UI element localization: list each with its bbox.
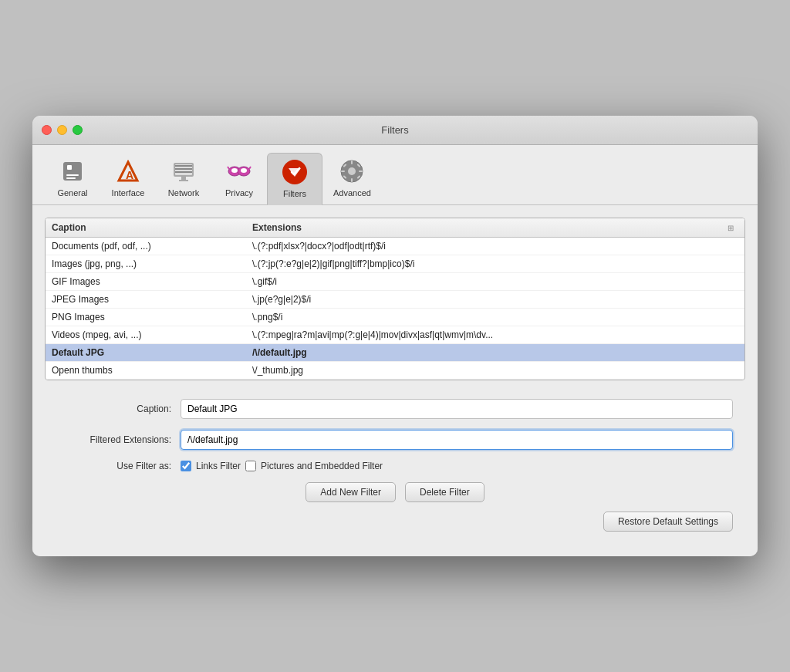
toolbar-item-advanced[interactable]: Advanced [322,153,382,204]
caption-row: Caption: [57,399,733,419]
bottom-row: Restore Default Settings [57,512,733,538]
table-row[interactable]: JPEG Images \.jp(e?g|e|2)$/i [46,291,744,309]
toolbar-item-filters[interactable]: Filters [267,153,322,205]
row-caption: Videos (mpeg, avi, ...) [52,329,252,340]
extensions-row: Filtered Extensions: [57,430,733,450]
svg-rect-8 [175,165,192,167]
svg-point-16 [241,168,247,173]
row-caption: PNG Images [52,312,252,322]
table-row[interactable]: Documents (pdf, odf, ...) \.(?:pdf|xlsx?… [46,238,744,255]
svg-rect-11 [181,177,186,180]
traffic-lights [42,125,83,135]
svg-line-19 [249,167,251,169]
row-extensions: \.png$/i [252,312,738,322]
toolbar-label-advanced: Advanced [333,188,371,198]
row-caption: Openn thumbs [52,365,252,376]
row-extensions: \.jp(e?g|e|2)$/i [252,294,738,305]
header-caption: Caption [52,222,252,233]
caption-label: Caption: [57,404,181,414]
toolbar-item-general[interactable]: General [45,153,100,204]
row-caption: JPEG Images [52,294,252,305]
svg-rect-26 [359,171,363,172]
header-extensions: Extensions [252,222,723,233]
restore-defaults-button[interactable]: Restore Default Settings [603,512,733,532]
toolbar-label-network: Network [168,188,199,198]
title-bar: Filters [32,116,758,145]
table-row[interactable]: Openn thumbs \/_thumb.jpg [46,362,744,380]
row-extensions: /\/default.jpg [252,347,738,358]
privacy-icon [225,157,253,185]
toolbar-label-filters: Filters [283,189,306,198]
row-extensions: \/_thumb.jpg [252,365,738,376]
table-row[interactable]: Videos (mpeg, avi, ...) \.(?:mpeg|ra?m|a… [46,326,744,344]
pictures-filter-label[interactable]: Pictures and Embedded Filter [261,461,383,471]
row-extensions: \.(?:mpeg|ra?m|avi|mp(?:g|e|4)|mov|divx|… [252,329,738,340]
row-extensions: \.(?:jp(?:e?g|e|2)|gif|png|tiff?|bmp|ico… [252,258,738,269]
row-caption: Documents (pdf, odf, ...) [52,241,252,252]
svg-point-15 [231,168,238,173]
table-body: Documents (pdf, odf, ...) \.(?:pdf|xlsx?… [46,238,744,380]
minimize-button[interactable] [57,125,67,135]
svg-rect-23 [351,160,353,164]
advanced-icon [338,157,366,185]
links-filter-checkbox[interactable] [181,461,191,471]
close-button[interactable] [42,125,52,135]
checkbox-group: Links Filter Pictures and Embedded Filte… [181,461,383,471]
row-caption: Images (jpg, png, ...) [52,258,252,269]
toolbar-item-network[interactable]: Network [156,153,211,204]
table-row[interactable]: Images (jpg, png, ...) \.(?:jp(?:e?g|e|2… [46,255,744,273]
links-filter-label[interactable]: Links Filter [196,461,241,471]
delete-filter-button[interactable]: Delete Filter [405,482,484,502]
svg-line-18 [228,167,229,169]
extensions-label: Filtered Extensions: [57,434,181,445]
table-row[interactable]: PNG Images \.png$/i [46,309,744,326]
svg-point-22 [348,167,356,175]
resize-handle[interactable]: ⊞ [723,222,738,233]
network-icon [170,157,198,185]
toolbar-item-interface[interactable]: A Interface [100,153,156,204]
general-icon [59,157,86,185]
row-caption: Default JPG [52,347,252,358]
window-title: Filters [381,124,408,136]
svg-rect-24 [351,178,353,182]
add-filter-button[interactable]: Add New Filter [306,482,396,502]
filters-icon [281,158,309,186]
row-caption: GIF Images [52,276,252,287]
svg-rect-12 [179,180,188,181]
row-extensions: \.gif$/i [252,276,738,287]
caption-input[interactable] [181,399,733,419]
table-row-selected[interactable]: Default JPG /\/default.jpg [46,344,744,362]
action-buttons: Add New Filter Delete Filter [57,482,733,502]
extensions-input[interactable] [181,430,733,450]
toolbar: General A Interface [32,145,758,205]
svg-rect-9 [175,168,192,170]
toolbar-label-interface: Interface [112,188,145,198]
toolbar-item-privacy[interactable]: Privacy [211,153,267,204]
toolbar-label-privacy: Privacy [225,188,253,198]
svg-rect-1 [67,165,72,170]
toolbar-label-general: General [57,188,87,198]
table-header: Caption Extensions ⊞ [46,218,744,238]
row-extensions: \.(?:pdf|xlsx?|docx?|odf|odt|rtf)$/i [252,241,738,252]
maximize-button[interactable] [73,125,83,135]
table-row[interactable]: GIF Images \.gif$/i [46,273,744,291]
svg-rect-3 [66,177,76,179]
svg-rect-10 [175,171,192,173]
filters-table: Caption Extensions ⊞ Documents (pdf, odf… [45,218,745,380]
interface-icon: A [114,157,142,185]
main-window: Filters General A Interf [32,116,758,556]
content-area: Caption Extensions ⊞ Documents (pdf, odf… [32,205,758,556]
use-filter-row: Use Filter as: Links Filter Pictures and… [57,461,733,471]
pictures-filter-checkbox[interactable] [245,461,256,471]
svg-rect-2 [66,174,79,176]
use-filter-label: Use Filter as: [57,461,181,471]
form-section: Caption: Filtered Extensions: Use Filter… [45,393,745,544]
svg-text:A: A [126,169,133,181]
svg-rect-25 [341,171,345,172]
